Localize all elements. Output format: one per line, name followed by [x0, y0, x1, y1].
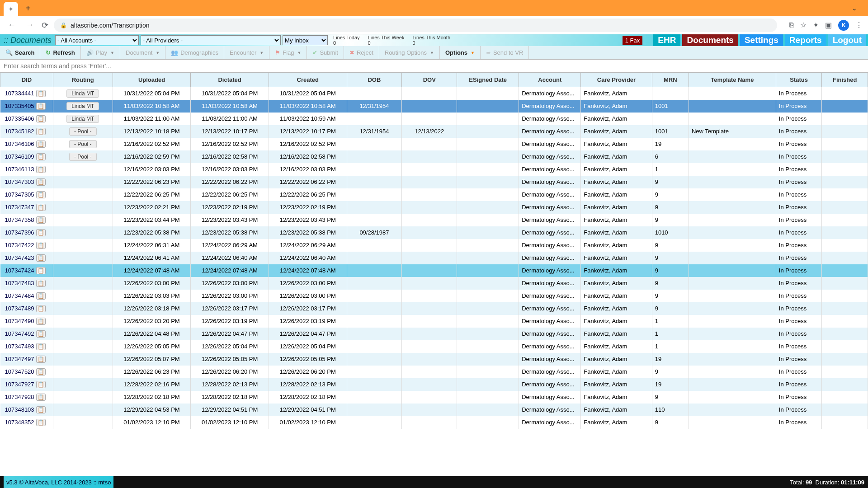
table-row[interactable]: 107347358📋12/23/2022 03:44 PM12/23/2022 …: [0, 214, 868, 226]
routing-chip[interactable]: - Pool -: [69, 153, 97, 161]
chevron-down-icon[interactable]: ⌄: [852, 5, 857, 12]
column-header[interactable]: Template Name: [689, 73, 776, 87]
routing-chip[interactable]: - Pool -: [69, 140, 97, 148]
nav-logout[interactable]: Logout: [828, 34, 866, 46]
clipboard-icon[interactable]: 📋: [36, 356, 46, 363]
nav-documents[interactable]: Documents: [682, 34, 738, 46]
search-input[interactable]: [0, 60, 868, 72]
toolbar-play[interactable]: 🔊Play▼: [81, 46, 120, 59]
table-row[interactable]: 107347497📋12/26/2022 05:07 PM12/26/2022 …: [0, 353, 868, 366]
toolbar-refresh[interactable]: ↻Refresh: [40, 46, 80, 59]
clipboard-icon[interactable]: 📋: [36, 330, 46, 338]
table-row[interactable]: 107347396📋12/23/2022 05:38 PM12/23/2022 …: [0, 226, 868, 239]
clipboard-icon[interactable]: 📋: [36, 394, 46, 401]
table-row[interactable]: 107347305📋12/22/2022 06:25 PM12/22/2022 …: [0, 188, 868, 201]
table-row[interactable]: 107347490📋12/26/2022 03:20 PM12/26/2022 …: [0, 315, 868, 328]
table-row[interactable]: 107347422📋12/24/2022 06:31 AM12/24/2022 …: [0, 239, 868, 252]
column-header[interactable]: MRN: [652, 73, 689, 87]
inbox-select[interactable]: My Inbox: [283, 35, 328, 45]
extensions-icon[interactable]: ✦: [813, 21, 819, 29]
table-row[interactable]: 107345182📋- Pool -12/13/2022 10:18 PM12/…: [0, 125, 868, 138]
toolbar-search[interactable]: 🔍Search: [0, 46, 40, 59]
column-header[interactable]: Dictated: [191, 73, 269, 87]
clipboard-icon[interactable]: 📋: [36, 178, 46, 186]
table-row[interactable]: 107347520📋12/26/2022 06:23 PM12/26/2022 …: [0, 366, 868, 378]
clipboard-icon[interactable]: 📋: [36, 343, 46, 350]
nav-reports[interactable]: Reports: [785, 34, 826, 46]
column-header[interactable]: Routing: [53, 73, 113, 87]
routing-chip[interactable]: - Pool -: [69, 127, 97, 136]
table-row[interactable]: 107347423📋12/24/2022 06:41 AM12/24/2022 …: [0, 252, 868, 264]
forward-button[interactable]: →: [24, 19, 36, 32]
clipboard-icon[interactable]: 📋: [36, 381, 46, 388]
clipboard-icon[interactable]: 📋: [36, 166, 46, 173]
clipboard-icon[interactable]: 📋: [36, 191, 46, 198]
routing-chip[interactable]: Linda MT: [66, 89, 99, 98]
toolbar-submit[interactable]: ✔Submit: [307, 46, 344, 59]
clipboard-icon[interactable]: 📋: [36, 216, 46, 224]
column-header[interactable]: Uploaded: [113, 73, 191, 87]
table-row[interactable]: 107347928📋12/28/2022 02:18 PM12/28/2022 …: [0, 391, 868, 404]
browser-tab[interactable]: ✦: [4, 2, 18, 16]
column-header[interactable]: DOB: [347, 73, 402, 87]
clipboard-icon[interactable]: 📋: [36, 292, 46, 300]
table-row[interactable]: 107348103📋12/29/2022 04:53 PM12/29/2022 …: [0, 404, 868, 416]
clipboard-icon[interactable]: 📋: [36, 254, 46, 262]
table-row[interactable]: 107346113📋12/16/2022 03:03 PM12/16/2022 …: [0, 163, 868, 176]
table-row[interactable]: 107347493📋12/26/2022 05:05 PM12/26/2022 …: [0, 340, 868, 353]
toolbar-reject[interactable]: ✖Reject: [344, 46, 379, 59]
profile-avatar[interactable]: K: [838, 20, 849, 31]
panel-icon[interactable]: ▣: [825, 21, 832, 29]
clipboard-icon[interactable]: 📋: [36, 204, 46, 211]
toolbar-options[interactable]: Options▼: [440, 46, 481, 59]
clipboard-icon[interactable]: 📋: [36, 318, 46, 325]
table-row[interactable]: 107347483📋12/26/2022 03:00 PM12/26/2022 …: [0, 277, 868, 290]
toolbar-flag[interactable]: ⚑Flag▼: [269, 46, 307, 59]
column-header[interactable]: DOV: [402, 73, 457, 87]
toolbar-routing[interactable]: Routing Options▼: [379, 46, 440, 59]
clipboard-icon[interactable]: 📋: [36, 128, 46, 135]
table-row[interactable]: 107347927📋12/28/2022 02:16 PM12/28/2022 …: [0, 378, 868, 391]
clipboard-icon[interactable]: 📋: [36, 280, 46, 287]
fax-badge[interactable]: 1 Fax: [623, 36, 643, 45]
clipboard-icon[interactable]: 📋: [36, 103, 46, 110]
table-row[interactable]: 107347484📋12/26/2022 03:03 PM12/26/2022 …: [0, 290, 868, 302]
clipboard-icon[interactable]: 📋: [36, 90, 46, 97]
nav-ehr[interactable]: EHR: [653, 34, 680, 46]
table-row[interactable]: 107348352📋01/02/2023 12:10 PM01/02/2023 …: [0, 416, 868, 429]
routing-chip[interactable]: Linda MT: [66, 115, 99, 123]
clipboard-icon[interactable]: 📋: [36, 419, 46, 426]
clipboard-icon[interactable]: 📋: [36, 229, 46, 236]
table-row[interactable]: 107335406📋Linda MT11/03/2022 11:00 AM11/…: [0, 113, 868, 125]
clipboard-icon[interactable]: 📋: [36, 406, 46, 413]
toolbar-encounter[interactable]: Encounter▼: [224, 46, 269, 59]
toolbar-document[interactable]: Document▼: [120, 46, 165, 59]
accounts-select[interactable]: - All Accounts -: [55, 35, 139, 45]
column-header[interactable]: ESigned Date: [457, 73, 519, 87]
column-header[interactable]: Care Provider: [581, 73, 652, 87]
table-row[interactable]: 107346106📋- Pool -12/16/2022 02:52 PM12/…: [0, 138, 868, 150]
clipboard-icon[interactable]: 📋: [36, 368, 46, 375]
new-tab-button[interactable]: +: [22, 2, 34, 14]
clipboard-icon[interactable]: 📋: [36, 267, 46, 274]
column-header[interactable]: Created: [269, 73, 347, 87]
column-header[interactable]: Account: [519, 73, 581, 87]
clipboard-icon[interactable]: 📋: [36, 141, 46, 148]
bookmark-icon[interactable]: ☆: [800, 21, 807, 29]
menu-icon[interactable]: ⋮: [855, 21, 863, 29]
routing-chip[interactable]: Linda MT: [66, 102, 99, 110]
toolbar-sendvr[interactable]: ➠Send to VR: [481, 46, 529, 59]
column-header[interactable]: DID: [0, 73, 53, 87]
toolbar-demographics[interactable]: 👥Demographics: [165, 46, 224, 59]
table-row[interactable]: 107347303📋12/22/2022 06:23 PM12/22/2022 …: [0, 176, 868, 188]
install-icon[interactable]: ⎘: [789, 21, 794, 29]
table-row[interactable]: 107347489📋12/26/2022 03:18 PM12/26/2022 …: [0, 302, 868, 315]
clipboard-icon[interactable]: 📋: [36, 115, 46, 122]
table-row[interactable]: 107335405📋Linda MT11/03/2022 10:58 AM11/…: [0, 100, 868, 113]
providers-select[interactable]: - All Providers -: [141, 35, 281, 45]
back-button[interactable]: ←: [5, 19, 18, 32]
table-row[interactable]: 107347347📋12/23/2022 02:21 PM12/23/2022 …: [0, 201, 868, 214]
clipboard-icon[interactable]: 📋: [36, 305, 46, 312]
url-input[interactable]: 🔒 altascribe.com/Transcription: [54, 19, 777, 32]
column-header[interactable]: Status: [776, 73, 822, 87]
